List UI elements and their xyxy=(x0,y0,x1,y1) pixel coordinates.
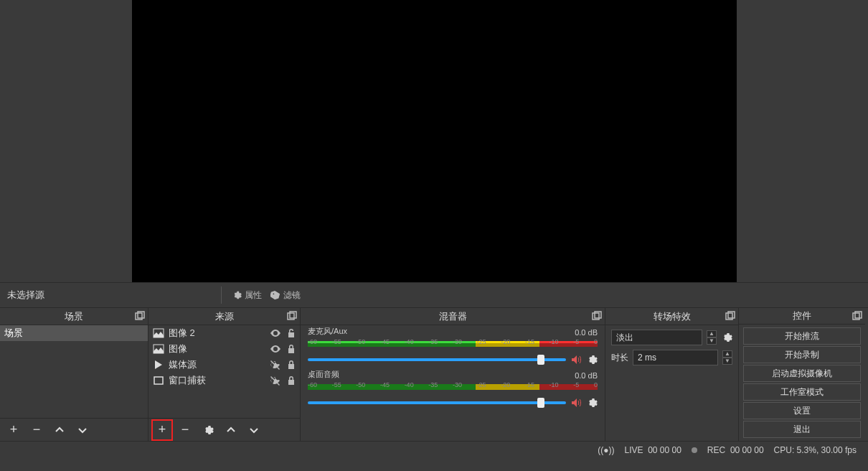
live-label: LIVE xyxy=(624,445,643,455)
scenes-title: 场景 xyxy=(65,310,83,323)
scene-up-button[interactable] xyxy=(52,422,67,438)
scenes-toolbar: + − xyxy=(0,418,148,441)
studio-mode-button[interactable]: 工作室模式 xyxy=(743,383,861,401)
remove-scene-button[interactable]: − xyxy=(29,422,44,438)
lock-toggle[interactable] xyxy=(286,359,297,370)
transitions-header: 转场特效 xyxy=(605,308,738,325)
scene-row[interactable]: 场景 xyxy=(0,325,148,341)
sources-dock: 来源 图像 2图像媒体源窗口捕获 + − xyxy=(148,308,301,441)
popout-icon[interactable] xyxy=(135,311,145,321)
network-icon: ((●)) xyxy=(598,445,614,455)
exit-button[interactable]: 退出 xyxy=(743,421,861,438)
context-toolbar: 未选择源 属性 滤镜 xyxy=(0,282,868,308)
audio-meter: -60-55-50-45-40-35-30-25-20-15-10-50 xyxy=(308,338,598,351)
source-name: 窗口捕获 xyxy=(169,374,265,387)
visibility-toggle[interactable] xyxy=(270,343,281,355)
transition-settings-button[interactable] xyxy=(721,332,732,343)
visibility-toggle[interactable] xyxy=(270,327,281,339)
svg-rect-6 xyxy=(154,377,163,384)
mixer-header: 混音器 xyxy=(301,308,605,325)
duration-value: 2 ms xyxy=(638,353,656,363)
source-row[interactable]: 图像 2 xyxy=(148,325,300,341)
filters-button[interactable]: 滤镜 xyxy=(266,288,305,303)
visibility-toggle[interactable] xyxy=(270,375,281,386)
gear-icon xyxy=(232,290,242,300)
channel-settings-button[interactable] xyxy=(586,397,598,409)
source-name: 图像 xyxy=(169,342,265,355)
source-name: 图像 2 xyxy=(169,327,265,340)
channel-settings-button[interactable] xyxy=(586,354,598,365)
cpu-label: CPU: 5.3%, 30.00 fps xyxy=(774,445,857,455)
controls-title: 控件 xyxy=(793,309,811,322)
popout-icon[interactable] xyxy=(287,311,297,321)
popout-icon[interactable] xyxy=(852,311,862,321)
play-icon xyxy=(153,359,164,370)
mixer-channel: 麦克风/Aux0.0 dB-60-55-50-45-40-35-30-25-20… xyxy=(308,327,598,365)
mixer-channel: 桌面音频0.0 dB-60-55-50-45-40-35-30-25-20-15… xyxy=(308,370,598,409)
preview-area xyxy=(0,0,868,282)
duration-label: 时长 xyxy=(611,352,628,364)
image-icon xyxy=(153,343,164,355)
start-stream-button[interactable]: 开始推流 xyxy=(743,327,861,345)
tag-icon xyxy=(270,290,280,300)
scenes-header: 场景 xyxy=(0,308,148,325)
source-row[interactable]: 窗口捕获 xyxy=(148,373,300,388)
rec-dot-icon xyxy=(692,447,697,453)
channel-db: 0.0 dB xyxy=(575,371,598,380)
mixer-dock: 混音器 麦克风/Aux0.0 dB-60-55-50-45-40-35-30-2… xyxy=(301,308,605,441)
channel-db: 0.0 dB xyxy=(575,328,598,337)
volume-slider[interactable] xyxy=(308,358,566,361)
duration-spinner[interactable]: ▲▼ xyxy=(722,350,732,365)
rec-label: REC xyxy=(707,445,725,455)
lock-toggle[interactable] xyxy=(286,327,297,339)
transitions-dock: 转场特效 淡出 ▲▼ 时长 2 ms ▲▼ xyxy=(605,308,739,441)
lock-toggle[interactable] xyxy=(286,375,297,386)
transitions-title: 转场特效 xyxy=(654,310,691,323)
live-time: 00 00 00 xyxy=(648,445,681,455)
source-down-button[interactable] xyxy=(246,422,262,438)
start-virtual-cam-button[interactable]: 启动虚拟摄像机 xyxy=(743,365,861,382)
lock-toggle[interactable] xyxy=(286,343,297,355)
duration-input[interactable]: 2 ms xyxy=(633,350,718,365)
transition-select[interactable]: 淡出 xyxy=(611,330,702,345)
add-source-button[interactable]: + xyxy=(154,422,170,438)
rect-icon xyxy=(153,375,164,386)
image-icon xyxy=(153,327,164,339)
mixer-title: 混音器 xyxy=(439,310,467,323)
remove-source-button[interactable]: − xyxy=(177,422,193,438)
popout-icon[interactable] xyxy=(592,311,602,321)
settings-button[interactable]: 设置 xyxy=(743,402,861,419)
sources-title: 来源 xyxy=(215,310,234,323)
preview-canvas[interactable] xyxy=(132,0,737,282)
properties-button[interactable]: 属性 xyxy=(227,288,266,303)
sources-toolbar: + − xyxy=(148,418,300,441)
source-row[interactable]: 图像 xyxy=(148,341,300,357)
sources-header: 来源 xyxy=(148,308,300,325)
status-bar: ((●)) LIVE 00 00 00 REC 00 00 00 CPU: 5.… xyxy=(0,441,868,458)
channel-name: 桌面音频 xyxy=(308,369,339,380)
scenes-dock: 场景 场景 + − xyxy=(0,308,148,441)
popout-icon[interactable] xyxy=(725,311,735,321)
visibility-toggle[interactable] xyxy=(270,359,281,370)
source-properties-button[interactable] xyxy=(200,422,216,438)
properties-label: 属性 xyxy=(245,289,262,302)
source-up-button[interactable] xyxy=(223,422,239,438)
source-row[interactable]: 媒体源 xyxy=(148,357,300,373)
transition-value: 淡出 xyxy=(616,332,633,344)
filters-label: 滤镜 xyxy=(283,289,301,302)
start-record-button[interactable]: 开始录制 xyxy=(743,346,861,363)
speaker-icon[interactable] xyxy=(570,397,582,409)
audio-meter: -60-55-50-45-40-35-30-25-20-15-10-50 xyxy=(308,381,598,394)
volume-slider[interactable] xyxy=(308,401,566,404)
add-scene-button[interactable]: + xyxy=(6,422,22,438)
no-source-selected-label: 未选择源 xyxy=(0,289,215,302)
scene-down-button[interactable] xyxy=(75,422,90,438)
source-name: 媒体源 xyxy=(169,358,265,371)
scene-name: 场景 xyxy=(4,327,23,340)
controls-dock: 控件 开始推流开始录制启动虚拟摄像机工作室模式设置退出 xyxy=(739,308,865,441)
speaker-icon[interactable] xyxy=(570,354,582,365)
separator xyxy=(221,286,222,304)
controls-header: 控件 xyxy=(739,308,865,325)
rec-time: 00 00 00 xyxy=(730,445,764,455)
transition-type-spinner[interactable]: ▲▼ xyxy=(707,330,717,345)
